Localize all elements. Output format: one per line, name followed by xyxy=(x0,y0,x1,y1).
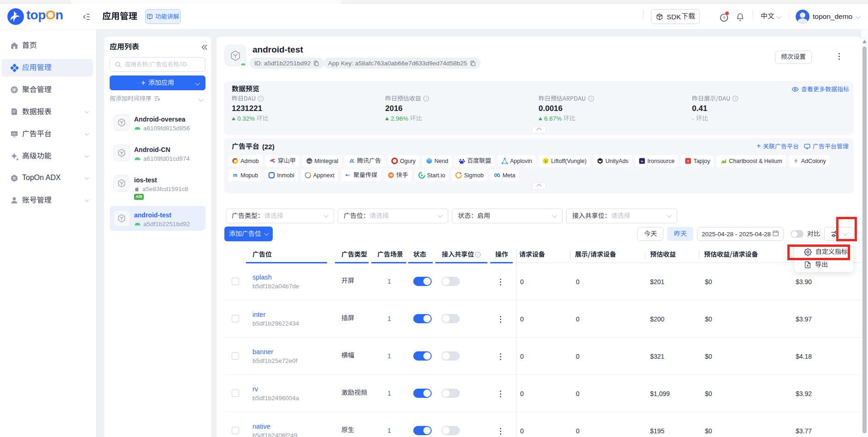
svg-text:?: ? xyxy=(590,97,592,101)
svg-text:?: ? xyxy=(477,253,479,257)
svg-text:?: ? xyxy=(734,97,737,101)
svg-text:is: is xyxy=(641,159,644,163)
svg-text:mg: mg xyxy=(307,160,311,163)
svg-text:?: ? xyxy=(425,97,428,101)
svg-text:?: ? xyxy=(723,15,726,20)
svg-text:?: ? xyxy=(260,97,262,101)
svg-text:T: T xyxy=(687,159,689,163)
svg-text:m: m xyxy=(233,172,237,178)
